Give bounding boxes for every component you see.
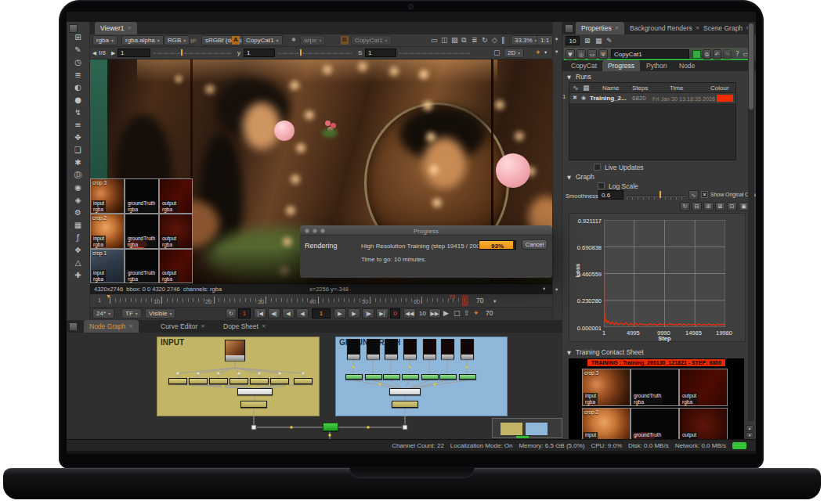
close-icon[interactable]: ✕ <box>615 25 619 31</box>
channels-icon[interactable]: ≣ <box>472 37 478 44</box>
prev-keyframe-button[interactable]: ◀| <box>268 308 280 319</box>
keyer-button[interactable]: Ψ <box>598 49 608 59</box>
clip-warning-icon[interactable]: ◇ <box>492 37 497 44</box>
jump-forward-button[interactable]: ▶▶ <box>428 308 441 319</box>
merge-icon[interactable]: ≡ <box>67 119 89 131</box>
read-node-gt[interactable] <box>423 339 436 359</box>
current-frame-field[interactable]: 1 <box>312 308 331 319</box>
lock-range-icon[interactable]: ⇧ <box>464 310 470 317</box>
crop-node[interactable] <box>294 378 313 384</box>
panel-scrollbar-thumb[interactable] <box>749 23 754 110</box>
pause-icon[interactable]: ‖ <box>501 37 505 44</box>
range-end-field[interactable]: 70 <box>486 309 493 317</box>
display-channel-select[interactable]: RGB▾ <box>164 35 190 45</box>
fstop-label[interactable]: f/8 <box>99 49 106 56</box>
ip-toggle[interactable]: IP <box>190 38 197 45</box>
runs-table[interactable]: ∿ ▦ Name Steps Time Colour ✖ ◉ Training_… <box>569 82 736 160</box>
crop-node[interactable] <box>270 378 289 384</box>
draw-icon[interactable]: ✎ <box>67 44 89 56</box>
tab-curve-editor[interactable]: Curve Editor✕ <box>155 320 211 333</box>
smoothness-field[interactable]: 0.6 <box>598 190 623 200</box>
center-node-button[interactable]: ◎ <box>576 49 586 59</box>
saturation-field[interactable]: 1 <box>365 49 396 57</box>
help-icon[interactable]: ✚ <box>67 269 89 282</box>
read-node-gt[interactable] <box>385 339 398 359</box>
tab-progress[interactable]: Progress <box>602 60 640 71</box>
log-scale-checkbox[interactable] <box>598 182 605 189</box>
node-graph-minimap[interactable] <box>492 418 562 438</box>
gamma-slider-handle[interactable] <box>300 49 302 56</box>
collapse-graph-icon[interactable]: ▼ <box>567 175 571 181</box>
metadata-icon[interactable]: ◈ <box>67 194 89 207</box>
pane-menu-icon[interactable] <box>565 24 573 33</box>
saturation-slider[interactable] <box>399 52 470 54</box>
progress-dialog-titlebar[interactable]: Progress <box>300 225 552 236</box>
grade-node[interactable] <box>459 374 476 380</box>
gain-slider[interactable] <box>154 52 232 54</box>
gain-field[interactable]: 1 <box>117 49 150 57</box>
lock-icon[interactable]: ⊠ <box>584 38 591 45</box>
tab-python[interactable]: Python <box>641 60 672 71</box>
loss-chart[interactable]: 0.921117 0.690838 0.460559 0.230280 0.00… <box>569 213 746 342</box>
show-original-checkbox[interactable]: ✕ <box>701 191 708 198</box>
collapse-contact-sheet-icon[interactable]: ▼ <box>567 350 571 356</box>
panel-scrollbar[interactable] <box>748 22 754 421</box>
read-node-gt[interactable] <box>441 339 454 359</box>
localization-icon[interactable]: ✦ <box>473 310 479 317</box>
read-node-gt[interactable] <box>461 339 474 359</box>
copycat-node[interactable] <box>323 423 338 431</box>
column-time[interactable]: Time <box>670 85 683 92</box>
time-icon[interactable]: ◷ <box>67 56 89 69</box>
run-visible-icon[interactable]: ◉ <box>581 95 586 101</box>
views-icon[interactable]: ◉ <box>67 182 89 194</box>
ruler-chevron-icon[interactable]: ▾ <box>493 298 496 304</box>
read-node-gt[interactable] <box>347 339 360 359</box>
fps-select[interactable]: 24*▾ <box>92 308 114 319</box>
alpha-layer-select[interactable]: rgba.alpha▾ <box>121 35 164 45</box>
wipe-mode-icon[interactable]: ✱ <box>291 38 296 43</box>
particles-icon[interactable]: ✱ <box>67 157 89 169</box>
color-icon[interactable]: ◐ <box>67 81 89 94</box>
display-window-icon[interactable]: ▭ <box>431 37 438 44</box>
roi-icon[interactable]: ▨ <box>451 37 458 44</box>
copy-icon[interactable]: ⧉ <box>703 49 711 59</box>
training-contact-sheet[interactable]: TRAINING : Training_260130_121821 - STEP… <box>569 358 744 439</box>
frame-increment-field[interactable]: 0 <box>390 308 400 319</box>
range-end-marker[interactable] <box>462 295 468 306</box>
grade-node[interactable] <box>439 374 457 380</box>
delete-run-icon[interactable]: ✖ <box>573 95 577 101</box>
play-backward-button[interactable]: ◀ <box>282 308 295 319</box>
crop-node[interactable] <box>189 378 208 384</box>
crop-node[interactable] <box>250 378 269 384</box>
info-bar-chevron-icon[interactable]: ▾ <box>543 286 545 292</box>
in-frame-field[interactable]: 1 <box>238 308 251 319</box>
render-icon[interactable]: △ <box>67 257 89 269</box>
step-forward-button[interactable]: ▶ <box>334 308 346 319</box>
wipe-select[interactable]: wipe▾ <box>300 35 325 45</box>
close-icon[interactable]: ✕ <box>128 323 132 329</box>
input-process-icon[interactable]: ✦ <box>535 49 541 56</box>
keyer-icon[interactable]: ↯ <box>67 106 89 119</box>
zoom-out-icon[interactable]: ⊟ <box>692 202 702 211</box>
cancel-button[interactable]: Cancel <box>522 239 548 250</box>
read-node-input[interactable] <box>225 340 245 361</box>
crop-node[interactable] <box>229 378 248 384</box>
view-mode-select[interactable]: 2D▾ <box>504 48 524 58</box>
appendclip-node[interactable] <box>237 388 273 395</box>
tab-background-renders[interactable]: Background Renders✕ <box>624 22 705 34</box>
collapse-toolbar-icon[interactable]: ▾ <box>544 49 547 56</box>
divider-chevron-icon[interactable]: ▾ <box>555 49 558 55</box>
tab-copycat[interactable]: CopyCat <box>566 60 602 71</box>
grade-node[interactable] <box>345 374 363 380</box>
node-name-field[interactable]: CopyCat1 <box>611 49 689 59</box>
refresh-graph-icon[interactable]: ↻ <box>680 202 690 211</box>
pane-divider[interactable]: ▾ ▾ ▾ <box>552 22 562 320</box>
selection-mode-icon[interactable]: ▢ <box>493 49 501 56</box>
smoothness-slider-handle[interactable] <box>660 191 661 198</box>
divider-chevron-icon[interactable]: ▾ <box>555 286 558 293</box>
scroll-down-button[interactable]: ▾ <box>746 432 754 438</box>
scroll-up-button[interactable]: ▴ <box>746 425 754 431</box>
pane-menu-icon[interactable] <box>69 24 78 33</box>
shuffle-node[interactable] <box>392 401 418 408</box>
collapse-runs-icon[interactable]: ▼ <box>567 74 571 81</box>
